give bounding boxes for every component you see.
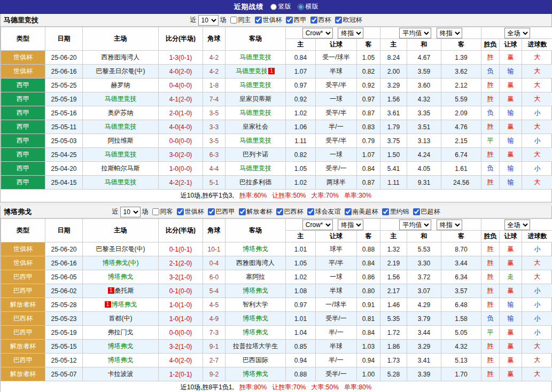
- team-link[interactable]: 塞阿拉: [246, 273, 265, 280]
- league-checkbox[interactable]: [208, 208, 215, 215]
- league-checkbox[interactable]: [413, 208, 420, 215]
- average-select[interactable]: 平均值: [399, 219, 431, 230]
- team-link[interactable]: 马德里竞技: [239, 137, 271, 144]
- team-link[interactable]: 马德里竞技: [239, 53, 271, 61]
- team-link[interactable]: 奥萨苏纳: [108, 109, 134, 116]
- league-filter[interactable]: 欧冠杯: [335, 15, 362, 25]
- team-link[interactable]: 马德里竞技: [236, 67, 268, 75]
- team-link[interactable]: 博塔弗戈: [108, 273, 134, 280]
- summary-bar: 近10场,胜8平1负1, 胜率:80% 让胜率:70% 大率:50% 单率:80…: [1, 381, 551, 392]
- sub-header-result: 胜负: [481, 39, 500, 51]
- team-link[interactable]: 西雅图海湾人: [236, 259, 275, 266]
- average-select[interactable]: 平均值: [399, 28, 431, 38]
- team-link[interactable]: 博塔弗戈: [243, 287, 268, 294]
- europe-time-select[interactable]: 终指: [437, 28, 462, 38]
- league-checkbox[interactable]: [382, 208, 389, 215]
- games-count-select[interactable]: 10: [120, 207, 141, 217]
- league-filter[interactable]: 巴西杯: [276, 207, 304, 216]
- team-link[interactable]: 阿拉维斯: [108, 137, 134, 144]
- team-link[interactable]: 巴黎圣日尔曼(中): [96, 245, 145, 253]
- team-link[interactable]: 皇家社会: [243, 123, 268, 130]
- team-link[interactable]: 马德里竞技: [105, 178, 137, 186]
- vertical-radio[interactable]: [270, 4, 277, 10]
- same-venue-filter[interactable]: 同客: [152, 207, 173, 216]
- team-link[interactable]: 西雅图海湾人: [102, 53, 140, 61]
- handicap-verdict: 输: [500, 298, 522, 312]
- league-filter[interactable]: 球会友谊: [307, 207, 341, 216]
- odds-value: 3.29: [407, 340, 441, 354]
- team-link[interactable]: 马德里竞技: [105, 151, 137, 158]
- league-filter[interactable]: 里约锦: [382, 207, 409, 216]
- horizontal-radio[interactable]: [298, 4, 304, 10]
- team-link[interactable]: 皇家贝蒂斯: [239, 95, 271, 103]
- league-filter[interactable]: 世俱杯: [255, 15, 282, 25]
- league-filter[interactable]: 解放者杯: [239, 207, 273, 216]
- league-filter[interactable]: 巴西甲: [208, 207, 235, 216]
- away-team: 博塔弗戈: [226, 367, 286, 381]
- sub-header-lose: 客: [441, 39, 481, 51]
- odds-value: 半/一: [316, 354, 357, 367]
- handicap-odds-header: Crow* 终指: [286, 27, 380, 39]
- layout-radio-horizontal[interactable]: 横版: [298, 2, 318, 11]
- league-checkbox[interactable]: [286, 17, 293, 23]
- team-link[interactable]: 桑托斯: [115, 287, 134, 294]
- league-checkbox[interactable]: [335, 17, 342, 23]
- handicap-time-select[interactable]: 终指: [338, 219, 363, 230]
- team-link[interactable]: 博塔弗戈: [108, 342, 134, 350]
- league-filter[interactable]: 巴超杯: [413, 207, 440, 216]
- team-link[interactable]: 博塔弗戈: [243, 328, 268, 336]
- league-filter[interactable]: 南美超杯: [345, 207, 378, 216]
- same-venue-checkbox[interactable]: [230, 17, 237, 23]
- league-checkbox[interactable]: [239, 208, 246, 215]
- league-checkbox[interactable]: [345, 208, 352, 215]
- same-venue-checkbox[interactable]: [152, 208, 159, 215]
- europe-time-select[interactable]: 终指: [437, 219, 462, 230]
- odds-value: 1.61: [441, 162, 481, 176]
- scope-select[interactable]: 全场: [504, 219, 530, 230]
- odds-value: 0.80: [357, 284, 380, 298]
- team-link[interactable]: 拉普拉塔大学生: [233, 342, 278, 350]
- team-link[interactable]: 巴黎圣日尔曼(中): [96, 67, 145, 75]
- bookmaker-select[interactable]: Crow*: [302, 28, 333, 38]
- team-link[interactable]: 马德里竞技: [105, 123, 137, 130]
- team-link[interactable]: 巴列卡诺: [243, 151, 268, 158]
- league-checkbox[interactable]: [276, 208, 283, 215]
- team-link[interactable]: 博塔弗戈: [243, 245, 268, 253]
- odds-value: 1.58: [441, 312, 481, 326]
- scope-select[interactable]: 全场: [504, 28, 530, 38]
- team-link[interactable]: 博塔弗戈: [243, 315, 268, 322]
- team-link[interactable]: 巴拉多利德: [239, 178, 271, 186]
- layout-radio-vertical[interactable]: 竖版: [270, 2, 291, 11]
- league-filter[interactable]: 西杯: [310, 15, 331, 25]
- team-link[interactable]: 赫罗纳: [111, 81, 130, 89]
- team-link[interactable]: 弗拉门戈: [108, 328, 134, 336]
- handicap-verdict: 赢: [500, 120, 522, 134]
- bookmaker-select[interactable]: Crow*: [302, 219, 333, 230]
- away-team: 马德里竞技: [226, 162, 286, 176]
- team-link[interactable]: 马德里竞技: [239, 164, 271, 172]
- team-link[interactable]: 巴西国际: [243, 356, 268, 364]
- league-checkbox[interactable]: [177, 208, 184, 215]
- league-filter[interactable]: 世俱杯: [177, 207, 204, 216]
- team-link[interactable]: 博塔弗戈: [243, 370, 268, 378]
- team-link[interactable]: 马德里竞技: [239, 109, 271, 116]
- match-score: 0-1(0-1): [159, 242, 203, 256]
- match-row: 巴西杯25-05-23首都(中)1-0(1-0)4-9博塔弗戈1.01受半/一0…: [1, 312, 552, 326]
- handicap-time-select[interactable]: 终指: [338, 28, 363, 38]
- summary-bar: 近10场,胜6平1负3, 胜率:60% 让胜率:50% 大率:70% 单率:30…: [1, 190, 551, 202]
- league-checkbox[interactable]: [307, 208, 314, 215]
- team-link[interactable]: 首都(中): [109, 315, 133, 322]
- team-link[interactable]: 博塔弗戈(中): [103, 259, 139, 266]
- team-link[interactable]: 博塔弗戈: [112, 301, 137, 308]
- team-link[interactable]: 拉斯帕尔马斯: [102, 164, 140, 172]
- team-link[interactable]: 智利大学: [243, 301, 268, 308]
- same-venue-filter[interactable]: 同主: [230, 15, 251, 25]
- team-link[interactable]: 卡拉波波: [108, 370, 134, 378]
- league-checkbox[interactable]: [255, 17, 262, 23]
- team-link[interactable]: 马德里竞技: [105, 95, 137, 103]
- league-checkbox[interactable]: [310, 17, 317, 23]
- games-count-select[interactable]: 10: [198, 15, 219, 26]
- league-filter[interactable]: 西甲: [286, 15, 307, 25]
- team-link[interactable]: 马德里竞技: [239, 81, 271, 89]
- team-link[interactable]: 博塔弗戈: [108, 356, 134, 364]
